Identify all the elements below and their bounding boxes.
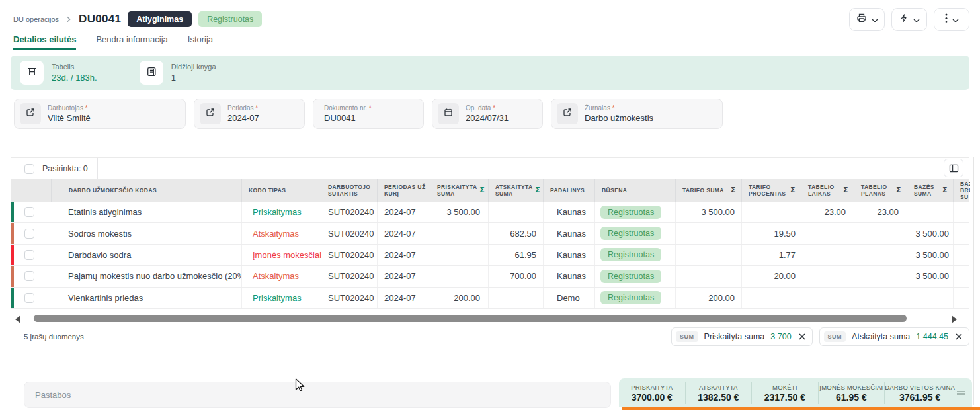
sum-sigma-icon[interactable]: Σ <box>942 187 948 194</box>
header-cell-darbuotojo-sutartis[interactable]: DARBUOTOJO SUTARTIS <box>321 179 377 202</box>
field-periodas[interactable]: Periodas *2024-07 <box>194 99 305 129</box>
cell-tabelio-laikas: 23.00 <box>801 202 854 222</box>
scrollbar-thumb[interactable] <box>34 315 907 322</box>
banner-item-label: Didžioji knyga <box>171 63 216 71</box>
tab-detalios-eilutės[interactable]: Detalios eilutės <box>13 34 76 50</box>
cell-bazės-suma: 3 500.00 <box>907 223 953 243</box>
status-badge: Registruotas <box>198 11 262 27</box>
external-link-icon <box>563 108 572 120</box>
select-all-checkbox[interactable] <box>24 164 34 174</box>
column-label: KODO TIPAS <box>249 187 321 194</box>
banner-item-value: 23d. / 183h. <box>52 73 97 83</box>
cell-darbuotojo-sutartis: SUT020240 <box>321 223 377 243</box>
header-cell-tarifo-suma[interactable]: TARIFO SUMAΣ <box>675 179 741 202</box>
column-label: TABELIO PLANAS <box>861 184 893 197</box>
banner-item-value: 1 <box>171 73 216 83</box>
chevron-down-icon <box>913 13 920 25</box>
cell-tabelio-planas <box>854 266 907 286</box>
field-value: 2024/07/31 <box>466 113 509 123</box>
cell-tarifo-procentas: 19.50 <box>741 223 801 243</box>
row-checkbox[interactable] <box>24 293 34 303</box>
sum-sigma-icon[interactable]: Σ <box>535 187 540 194</box>
row-checkbox[interactable] <box>24 207 34 217</box>
header-cell-tabelio-laikas[interactable]: TABELIO LAIKASΣ <box>801 179 854 202</box>
tab-bendra-informacija[interactable]: Bendra informacija <box>96 34 167 50</box>
cell-darbo-užmokesčio-kodas: Vienkartinis priedas <box>51 288 241 308</box>
required-asterisk: * <box>369 104 372 112</box>
chevron-down-icon <box>952 13 959 25</box>
field-value: Darbo užmokestis <box>585 113 653 123</box>
timesheet-icon <box>26 66 38 80</box>
header-cell-bazės-suma[interactable]: BAZĖS SUMAΣ <box>907 179 953 202</box>
cell-tarifo-suma <box>675 223 741 243</box>
column-label: TARIFO SUMA <box>682 187 728 194</box>
type-badge: Atlyginimas <box>128 11 192 27</box>
sum-sigma-icon[interactable]: Σ <box>790 187 796 194</box>
cell-būsena: Registruotas <box>594 245 675 265</box>
column-label: TABELIO LAIKAS <box>808 184 840 197</box>
summary-stat-value: 3761.95 € <box>899 392 940 403</box>
table-row[interactable]: Sodros mokestisAtskaitymasSUT0202402024-… <box>11 223 969 244</box>
cell-tarifo-suma: 3 500.00 <box>675 202 741 222</box>
cell-padalinys: Demo <box>543 288 594 308</box>
header-cell-kodo-tipas[interactable]: KODO TIPAS <box>241 179 321 202</box>
kebab-icon <box>945 13 948 26</box>
field-žurnalas[interactable]: Žurnalas *Darbo užmokestis <box>551 99 723 129</box>
cell-periodas-už-kurį: 2024-07 <box>377 288 430 308</box>
field-darbuotojas[interactable]: Darbuotojas *Viltė Smiltė <box>14 99 186 129</box>
close-icon[interactable] <box>954 333 962 340</box>
more-button[interactable] <box>934 8 969 31</box>
summary-drag-handle[interactable] <box>955 390 972 396</box>
sum-sigma-icon[interactable]: Σ <box>896 187 901 194</box>
scroll-left-icon[interactable] <box>15 314 21 326</box>
header-cell-priskaityta-suma[interactable]: PRISKAITYTA SUMAΣ <box>430 179 488 202</box>
field-label: Op. data * <box>466 104 509 112</box>
cell-padalinys: Kaunas <box>543 223 594 243</box>
sum-sigma-icon[interactable]: Σ <box>479 187 485 194</box>
print-button[interactable] <box>849 8 885 31</box>
banner-item-didžioji-knyga[interactable]: Didžioji knyga1 <box>140 61 216 85</box>
external-link-icon <box>26 108 35 120</box>
header-cell-baz-bru-su[interactable]: BAZ BRU SU <box>953 179 970 202</box>
tab-istorija[interactable]: Istorija <box>188 34 213 50</box>
cell-periodas-už-kurį: 2024-07 <box>377 266 430 286</box>
breadcrumb[interactable]: DU operacijos <box>13 15 59 23</box>
column-label: BAZĖS SUMA <box>914 184 940 197</box>
table-row[interactable]: Etatinis atlyginimasPriskaitymasSUT02024… <box>11 202 969 223</box>
toolbar-divider <box>97 158 98 179</box>
scroll-right-icon[interactable] <box>951 314 957 326</box>
table-row[interactable]: Pajamų mokestis nuo darbo užmokesčio (20… <box>11 266 969 287</box>
sum-sigma-icon[interactable]: Σ <box>843 187 848 194</box>
table-row[interactable]: Darbdavio sodraĮmonės mokesčiaiSUT020240… <box>11 245 969 266</box>
header-cell-tabelio-planas[interactable]: TABELIO PLANASΣ <box>854 179 907 202</box>
external-link-icon <box>206 108 215 120</box>
notes-field <box>24 382 611 408</box>
horizontal-scrollbar[interactable] <box>13 314 967 323</box>
row-checkbox[interactable] <box>24 271 34 281</box>
selected-count-label: Pasirinkta: 0 <box>42 164 88 173</box>
field-dokumento-nr[interactable]: Dokumento nr. *DU0041 <box>313 99 424 129</box>
automations-button[interactable] <box>891 8 927 31</box>
header-cell-atskaityta-suma[interactable]: ATSKAITYTA SUMAΣ <box>488 179 543 202</box>
lines-table: Pasirinkta: 0 DARBO UŽMOKESČIO KODASKODO… <box>11 157 969 323</box>
table-row[interactable]: Vienkartinis priedasPriskaitymasSUT02024… <box>11 288 969 309</box>
header-cell-darbo-užmokesčio-kodas[interactable]: DARBO UŽMOKESČIO KODAS <box>51 179 241 202</box>
header-cell-būsena[interactable]: BŪSENA <box>594 179 675 202</box>
close-icon[interactable] <box>797 333 805 340</box>
row-checkbox[interactable] <box>24 250 34 260</box>
cell-periodas-už-kurį: 2024-07 <box>377 223 430 243</box>
column-settings-button[interactable] <box>944 159 963 177</box>
header-cell-padalinys[interactable]: PADALINYS <box>543 179 594 202</box>
vertical-scrollbar-track[interactable] <box>973 157 974 405</box>
row-checkbox[interactable] <box>24 229 34 239</box>
sum-sigma-icon[interactable]: Σ <box>731 187 736 194</box>
banner-item-tabelis[interactable]: Tabelis23d. / 183h. <box>20 61 97 85</box>
notes-input[interactable] <box>24 382 610 407</box>
header-cell-checkbox <box>11 179 51 202</box>
field-op-data[interactable]: Op. data *2024/07/31 <box>432 99 543 129</box>
header-cell-periodas-už-kurį[interactable]: PERIODAS UŽ KURĮ <box>377 179 430 202</box>
summary-stat-value: 3700.00 € <box>632 392 673 403</box>
header-cell-tarifo-procentas[interactable]: TARIFO PROCENTASΣ <box>741 179 801 202</box>
cell-tabelio-laikas <box>801 223 854 243</box>
sum-chip-value: 1 444.45 <box>916 332 948 341</box>
